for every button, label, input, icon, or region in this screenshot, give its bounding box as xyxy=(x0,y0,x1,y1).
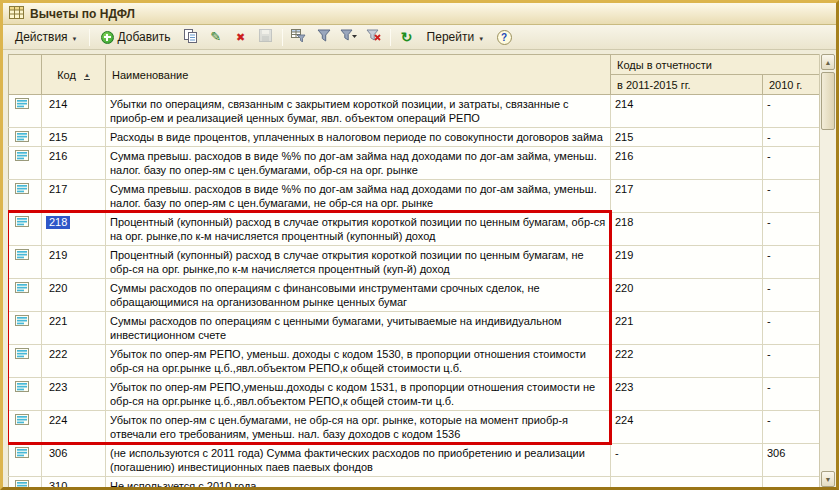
table-row[interactable]: 224 Убыток по опер-ям с цен.бумагами, не… xyxy=(9,411,820,444)
cell-name[interactable]: Сумма превыш. расходов в виде %% по дог-… xyxy=(106,180,611,213)
cell-code-2011-2015[interactable]: 221 xyxy=(611,312,763,345)
cell-code-2010[interactable]: - xyxy=(763,279,820,312)
window: Вычеты по НДФЛ Действия Добавить xyxy=(0,0,839,490)
vertical-scrollbar[interactable] xyxy=(819,54,836,487)
header-code[interactable]: Код xyxy=(42,55,106,95)
delete-icon xyxy=(236,30,245,44)
cell-code-2011-2015[interactable]: 219 xyxy=(611,246,763,279)
table-row[interactable]: 223 Убыток по опер-ям РЕПО,уменьш.доходы… xyxy=(9,378,820,411)
save-button[interactable] xyxy=(254,26,278,48)
table-row[interactable]: 214 Убытки по операциям, связанным с зак… xyxy=(9,95,820,128)
filter-button[interactable] xyxy=(312,26,336,48)
cell-name[interactable]: Процентный (купонный) расход в случае от… xyxy=(106,213,611,246)
cell-code-2010[interactable]: - xyxy=(763,345,820,378)
cell-name[interactable]: (не используются с 2011 года) Сумма факт… xyxy=(106,444,611,477)
cell-code-2010[interactable]: - xyxy=(763,213,820,246)
cell-code-2010[interactable]: - xyxy=(763,411,820,444)
cell-code-2011-2015[interactable]: 220 xyxy=(611,279,763,312)
add-button[interactable]: Добавить xyxy=(94,26,178,48)
cell-code-2011-2015[interactable]: 224 xyxy=(611,411,763,444)
actions-button[interactable]: Действия xyxy=(8,26,85,48)
cell-code-2011-2015[interactable]: - xyxy=(611,444,763,477)
cell-code[interactable]: 217 xyxy=(42,180,106,213)
cell-code[interactable]: 306 xyxy=(42,444,106,477)
cell-name[interactable]: Процентный (купонный) расход в случае от… xyxy=(106,246,611,279)
cell-code-2010[interactable]: - xyxy=(763,312,820,345)
delete-button[interactable] xyxy=(229,26,253,48)
refresh-button[interactable] xyxy=(395,26,419,48)
table-row[interactable]: 310 Не используется с 2010 года xyxy=(9,477,820,488)
table-row[interactable]: 216 Сумма превыш. расходов в виде %% по … xyxy=(9,147,820,180)
edit-button[interactable] xyxy=(204,26,228,48)
toolbar-separator xyxy=(282,29,283,46)
cell-name[interactable]: Убыток по опер-ям РЕПО,уменьш.доходы с к… xyxy=(106,378,611,411)
cell-code-2011-2015[interactable] xyxy=(611,477,763,488)
cell-code-2011-2015[interactable]: 215 xyxy=(611,128,763,147)
cell-code[interactable]: 216 xyxy=(42,147,106,180)
cell-icon xyxy=(9,213,42,246)
cell-code-2010[interactable] xyxy=(763,477,820,488)
cell-name[interactable]: Расходы в виде процентов, уплаченных в н… xyxy=(106,128,611,147)
cell-code-2010[interactable]: - xyxy=(763,128,820,147)
cell-code[interactable]: 224 xyxy=(42,411,106,444)
cell-code-2011-2015[interactable]: 223 xyxy=(611,378,763,411)
cell-code[interactable]: 215 xyxy=(42,128,106,147)
header-2011-2015[interactable]: в 2011-2015 гг. xyxy=(611,75,763,95)
scroll-down-button[interactable] xyxy=(821,471,835,487)
titlebar[interactable]: Вычеты по НДФЛ xyxy=(3,3,836,25)
go-button[interactable]: Перейти xyxy=(420,26,492,48)
cell-code[interactable]: 218 xyxy=(42,213,106,246)
cell-name[interactable]: Убыток по опер-ям РЕПО, уменьш. доходы с… xyxy=(106,345,611,378)
filter-settings-button[interactable] xyxy=(287,26,311,48)
cell-code[interactable]: 310 xyxy=(42,477,106,488)
table-row[interactable]: 219 Процентный (купонный) расход в случа… xyxy=(9,246,820,279)
cell-code-2010[interactable]: 306 xyxy=(763,444,820,477)
cell-code-2010[interactable]: - xyxy=(763,378,820,411)
header-name[interactable]: Наименование xyxy=(106,55,611,95)
clear-filter-button[interactable] xyxy=(362,26,386,48)
table-row[interactable]: 306 (не используются с 2011 года) Сумма … xyxy=(9,444,820,477)
cell-code-2011-2015[interactable]: 216 xyxy=(611,147,763,180)
funnel-dropdown-icon xyxy=(340,29,358,45)
cell-code-2011-2015[interactable]: 222 xyxy=(611,345,763,378)
help-button[interactable] xyxy=(492,26,516,48)
item-icon xyxy=(14,185,29,197)
cell-name[interactable]: Убыток по опер-ям с цен.бумагами, не обр… xyxy=(106,411,611,444)
cell-code-2011-2015[interactable]: 214 xyxy=(611,95,763,128)
cell-code[interactable]: 219 xyxy=(42,246,106,279)
filter-history-button[interactable] xyxy=(337,26,361,48)
header-2010[interactable]: 2010 г. xyxy=(763,75,820,95)
cell-code-2010[interactable]: - xyxy=(763,147,820,180)
toolbar: Действия Добавить xyxy=(3,25,836,50)
scrollbar-thumb[interactable] xyxy=(821,72,835,130)
table-row[interactable]: 222 Убыток по опер-ям РЕПО, уменьш. дохо… xyxy=(9,345,820,378)
cell-name[interactable]: Суммы расходов по операциям с ценными бу… xyxy=(106,312,611,345)
cell-code[interactable]: 220 xyxy=(42,279,106,312)
cell-name[interactable]: Суммы расходов по операциям с финансовым… xyxy=(106,279,611,312)
cell-code-text: 218 xyxy=(46,216,70,229)
table-row[interactable]: 221 Суммы расходов по операциям с ценным… xyxy=(9,312,820,345)
cell-name[interactable]: Не используется с 2010 года xyxy=(106,477,611,488)
header-icon-column[interactable] xyxy=(9,55,42,95)
table-row[interactable]: 220 Суммы расходов по операциям с финанс… xyxy=(9,279,820,312)
cell-code-2011-2015[interactable]: 217 xyxy=(611,180,763,213)
cell-icon xyxy=(9,147,42,180)
cell-code-2011-2015[interactable]: 218 xyxy=(611,213,763,246)
cell-code[interactable]: 223 xyxy=(42,378,106,411)
scrollbar-track[interactable] xyxy=(820,132,836,471)
cell-code[interactable]: 221 xyxy=(42,312,106,345)
copy-button[interactable] xyxy=(179,26,203,48)
caret-down-icon xyxy=(478,30,484,44)
cell-code-2010[interactable]: - xyxy=(763,180,820,213)
cell-name[interactable]: Сумма превыш. расходов в виде %% по дог-… xyxy=(106,147,611,180)
cell-name[interactable]: Убытки по операциям, связанным с закрыти… xyxy=(106,95,611,128)
cell-code[interactable]: 222 xyxy=(42,345,106,378)
table-row[interactable]: 217 Сумма превыш. расходов в виде %% по … xyxy=(9,180,820,213)
scroll-up-button[interactable] xyxy=(821,54,835,70)
cell-code-2010[interactable]: - xyxy=(763,246,820,279)
table-row[interactable]: 218 Процентный (купонный) расход в случа… xyxy=(9,213,820,246)
cell-code[interactable]: 214 xyxy=(42,95,106,128)
cell-code-2010[interactable]: - xyxy=(763,95,820,128)
table-row[interactable]: 215 Расходы в виде процентов, уплаченных… xyxy=(9,128,820,147)
header-report-codes[interactable]: Коды в отчетности xyxy=(611,55,820,75)
